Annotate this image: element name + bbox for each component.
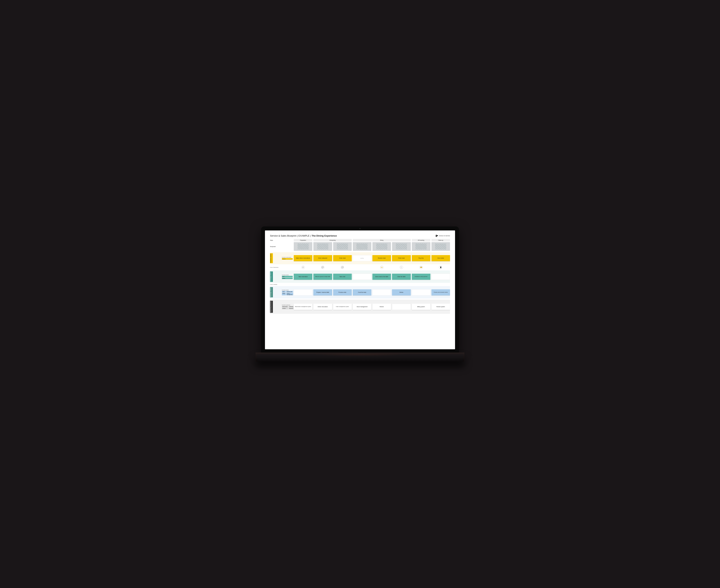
storyboard-tile: [431, 242, 450, 251]
card-icon: 💳: [419, 266, 423, 269]
chat-icon: 💬: [341, 266, 344, 269]
supporting-process: Billing system: [412, 304, 430, 310]
laptop-keyboard: [256, 353, 464, 361]
brand-name: School of service: [439, 235, 450, 236]
supporting-empty: [392, 304, 410, 310]
involved-chip: Kitchen staff: [286, 291, 293, 292]
row-steps: Steps Preparation Onboarding Dining Off …: [270, 239, 450, 241]
chat-icon: 💬: [321, 266, 324, 269]
involved-chip: Payment: [289, 308, 294, 309]
blueprint-document: Service & Sales Blueprint | EXAMPLE | Th…: [265, 230, 455, 349]
involved-chip: Owner / management: [286, 293, 293, 295]
phase-offboarding: Off boarding: [412, 239, 430, 241]
frontstage-empty: [353, 274, 371, 280]
lane-tab-customer: Customer actions: [270, 253, 273, 263]
camera-icon: [359, 228, 361, 229]
involved-chip: Host: [282, 276, 293, 277]
backstage-action: Dishes: [392, 289, 410, 295]
mobile-icon: 📱: [439, 266, 442, 269]
cutlery-icon: 🍴: [400, 266, 403, 269]
brand: School of service: [436, 235, 450, 237]
frontstage-action: Clear the table: [392, 274, 410, 280]
frontstage-action: Take reservation: [294, 274, 312, 280]
involved-systems: Involved system(s): Reservation Ordering…: [282, 304, 293, 309]
customer-action: Make dinner reservations: [294, 255, 312, 261]
storyboard-tile: [333, 242, 352, 251]
phase-dining: Dining: [353, 239, 411, 241]
customer-action: Give review: [431, 255, 450, 261]
title-scenario: The Dining Experience: [312, 234, 337, 237]
customer-action-waiting: waiting: [353, 255, 371, 261]
storyboard-tile: [412, 242, 430, 251]
supporting-process: Stock management: [353, 304, 371, 310]
phase-preparation: Preparation: [294, 239, 312, 241]
frontstage-action: Take order: [333, 274, 352, 280]
involved-chip: Waiter: [282, 293, 286, 295]
involved-roles-front: Involved role(s): Host Waiter: [282, 274, 293, 279]
title-mid: EXAMPLE: [298, 234, 310, 237]
label-steps: Steps: [270, 239, 281, 241]
involved-chip: Waiter: [282, 278, 293, 279]
involved-chip: Kitchen: [282, 308, 288, 309]
line-of-interaction: Line of interaction ✆ 💬 💬 🍽 🍴 💳 📱: [270, 266, 450, 269]
supporting-process: Kitchen: [373, 304, 391, 310]
document-header: Service & Sales Blueprint | EXAMPLE | Th…: [270, 234, 450, 237]
backstage-action: Prepare / reserve table: [313, 289, 332, 295]
storyboard-tile: [373, 242, 391, 251]
label-storyboard: Storyboard: [270, 246, 281, 247]
blueprint-grid: Steps Preparation Onboarding Dining Off …: [270, 239, 450, 345]
frontstage-action: Serve meal to the table: [373, 274, 391, 280]
involved-chip: Guests: [282, 258, 293, 259]
backstage-empty: [294, 289, 312, 295]
backstage-empty: [373, 289, 391, 295]
involved-chip: Reservation: [282, 306, 288, 307]
lane-tab-backstage: Backstage actions: [270, 287, 273, 297]
frontstage-action: Welcome guests & assign table: [313, 274, 332, 280]
document-title: Service & Sales Blueprint | EXAMPLE | Th…: [270, 234, 337, 237]
row-storyboard: Storyboard: [270, 242, 450, 251]
phase-followup: Follow-up: [431, 239, 450, 241]
customer-action: Order meal: [333, 255, 352, 261]
lane-tab-supporting: Supporting processes: [270, 301, 273, 313]
backstage-action: Cook the meal: [353, 289, 371, 295]
lane-backstage: Backstage actions Involved role(s): Chef…: [270, 286, 450, 298]
lane-frontstage: Frontstage actions Involved role(s): Hos…: [270, 270, 450, 283]
lane-tab-frontstage: Frontstage actions: [270, 272, 273, 282]
phase-onboarding: Onboarding: [313, 239, 352, 241]
lane-customer: Customer actions Involved customer(s): G…: [270, 252, 450, 264]
involved-chip: Chef: [282, 291, 286, 292]
frontstage-empty: [431, 274, 450, 280]
line-of-visibility: Line of visibility: [270, 284, 450, 285]
phone-icon: ✆: [301, 266, 305, 269]
lane-supporting: Supporting processes Involved system(s):…: [270, 299, 450, 314]
title-prefix: Service & Sales Blueprint: [270, 234, 296, 237]
storyboard-tile: [353, 242, 371, 251]
customer-action: Receive meal: [373, 255, 391, 261]
customer-action: Enter restaurant: [313, 255, 332, 261]
laptop-mockup: Service & Sales Blueprint | EXAMPLE | Th…: [261, 227, 459, 361]
backstage-empty: [412, 289, 430, 295]
customer-action: Finish meal: [392, 255, 410, 261]
screen-bezel: Service & Sales Blueprint | EXAMPLE | Th…: [261, 227, 459, 353]
supporting-process: Order management system: [333, 304, 352, 310]
involved-roles-back: Involved role(s): Chef Kitchen staff Wai…: [282, 290, 293, 295]
involved-chip: Ordering: [289, 306, 294, 307]
involved-customers: Involved customer(s): Guests: [282, 257, 293, 259]
frontstage-action: Facilitate & verify payment: [412, 274, 430, 280]
supporting-process: Review system: [431, 304, 450, 310]
supporting-process: Reservation management system: [294, 304, 312, 310]
customer-action: Pay & tip: [412, 255, 430, 261]
plate-icon: 🍽: [380, 266, 383, 269]
storyboard-tile: [294, 242, 312, 251]
storyboard-tile: [313, 242, 332, 251]
backstage-action: Process order: [333, 289, 352, 295]
backstage-action: Process (and answer) review: [431, 289, 450, 295]
storyboard-tile: [392, 242, 410, 251]
brand-logo-icon: [436, 235, 438, 237]
supporting-process: Interior decoration: [313, 304, 332, 310]
